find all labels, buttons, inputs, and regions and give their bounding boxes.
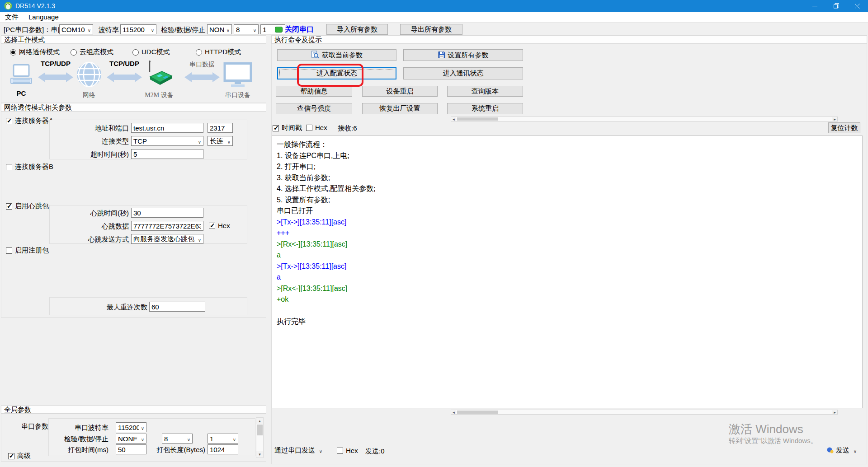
heartbeat-hex-checkbox[interactable] (209, 223, 215, 229)
scroll-right-icon[interactable] (832, 117, 837, 121)
global-databits-select[interactable]: 8 (162, 434, 193, 444)
heartbeat-toggle[interactable]: 启用心跳包 (6, 202, 49, 210)
scrollbar-thumb[interactable] (257, 425, 263, 435)
scroll-up-icon[interactable] (256, 418, 263, 424)
mode-option-transparent[interactable]: 网络透传模式 (10, 48, 60, 56)
query-signal-button[interactable]: 查信号强度 (276, 103, 352, 114)
scrollbar-track[interactable] (256, 424, 263, 451)
radio-transparent-mode[interactable] (10, 49, 16, 56)
mode-option-udc[interactable]: UDC模式 (132, 48, 170, 56)
register-checkbox[interactable] (6, 248, 12, 254)
heartbeat-mode-select[interactable]: 向服务器发送心跳包 (131, 234, 203, 244)
reset-count-button[interactable]: 复位计数 (828, 122, 860, 133)
heartbeat-data-input[interactable] (131, 221, 203, 231)
scrollbar-thumb[interactable] (457, 411, 498, 414)
com-port-select[interactable]: COM10 (59, 24, 93, 34)
import-params-label: 导入所有参数 (337, 25, 377, 34)
arrow-icon (38, 71, 73, 84)
server-a-address-input[interactable] (131, 123, 203, 133)
heartbeat-data-label: 心跳数据 (50, 222, 129, 231)
send-via-serial-dropdown[interactable]: 通过串口发送 (274, 446, 324, 455)
network-globe-icon (76, 61, 102, 89)
factory-reset-button[interactable]: 恢复出厂设置 (362, 103, 438, 114)
timestamp-checkbox[interactable] (273, 125, 279, 131)
register-toggle[interactable]: 启用注册包 (6, 246, 49, 255)
global-parity-label: 检验/数据/停止 (49, 435, 108, 444)
global-parity-select[interactable]: NONE (116, 434, 146, 444)
global-vertical-scrollbar[interactable] (256, 417, 264, 458)
databits-select[interactable]: 8 (234, 24, 259, 34)
log-output[interactable]: 一般操作流程： 1. 设备连PC串口,上电; 2. 打开串口; 3. 获取当前参… (272, 135, 863, 408)
mode-option-cloud[interactable]: 云组态模式 (71, 48, 113, 56)
timeout-input[interactable] (131, 149, 203, 159)
advanced-toggle[interactable]: 高级 (8, 452, 31, 460)
minimize-button[interactable] (804, 0, 826, 12)
heartbeat-time-label: 心跳时间(秒) (50, 209, 129, 218)
import-params-button[interactable]: 导入所有参数 (326, 24, 388, 35)
enter-comm-button[interactable]: 进入通讯状态 (403, 67, 523, 79)
query-version-button[interactable]: 查询版本 (447, 86, 523, 97)
packtime-input[interactable] (116, 444, 146, 454)
advanced-checkbox[interactable] (8, 453, 14, 459)
scrollbar-track[interactable] (456, 117, 832, 121)
scroll-left-icon[interactable] (451, 410, 456, 414)
log-hex-toggle[interactable]: Hex (306, 124, 327, 131)
serial-open-indicator-icon (275, 27, 283, 33)
get-params-button[interactable]: 获取当前参数 (277, 49, 396, 61)
menu-language[interactable]: Language (24, 12, 64, 22)
server-b-checkbox[interactable] (6, 164, 12, 170)
close-button[interactable] (847, 0, 868, 12)
log-top-scrollbar[interactable] (451, 117, 838, 121)
packlen-input[interactable] (208, 444, 238, 454)
system-reboot-button[interactable]: 系统重启 (447, 103, 523, 114)
log-bottom-scrollbar[interactable] (451, 410, 838, 415)
chevron-down-icon (196, 235, 203, 243)
scroll-right-icon[interactable] (832, 410, 837, 414)
scroll-left-icon[interactable] (451, 117, 456, 121)
help-button[interactable]: 帮助信息 (276, 86, 352, 97)
keepalive-select[interactable]: 长连 (208, 136, 233, 146)
heartbeat-checkbox[interactable] (6, 203, 12, 210)
radio-udc-mode[interactable] (132, 49, 139, 56)
restore-icon (834, 2, 839, 10)
log-hex-checkbox[interactable] (306, 125, 312, 131)
export-params-button[interactable]: 导出所有参数 (400, 24, 462, 35)
send-hex-label: Hex (346, 447, 358, 454)
set-params-button[interactable]: 设置所有参数 (403, 49, 523, 61)
radio-cloud-mode[interactable] (71, 49, 77, 56)
server-b-toggle[interactable]: 连接服务器B (6, 163, 53, 171)
global-stopbits-select[interactable]: 1 (208, 434, 238, 444)
heartbeat-time-input[interactable] (131, 208, 203, 218)
server-a-checkbox[interactable] (6, 118, 12, 124)
keepalive-value: 长连 (210, 137, 226, 145)
titlebar[interactable]: DR514 V2.1.3 (0, 0, 868, 12)
conn-type-select[interactable]: TCP (131, 136, 203, 146)
global-baud-select[interactable]: 115200 (116, 422, 146, 432)
scrollbar-thumb[interactable] (457, 117, 498, 121)
chevron-down-icon (852, 447, 859, 454)
menu-file[interactable]: 文件 (0, 12, 24, 22)
timestamp-toggle[interactable]: 时间戳 (273, 124, 302, 132)
reconnect-input[interactable] (149, 302, 205, 312)
parity-select[interactable]: NONI (207, 24, 232, 34)
menubar: 文件 Language (0, 12, 868, 22)
scroll-down-icon[interactable] (256, 451, 263, 458)
baud-select[interactable]: 115200 (120, 24, 156, 34)
restore-button[interactable] (826, 0, 847, 12)
send-hex-checkbox[interactable] (337, 448, 343, 454)
enter-config-button[interactable]: 进入配置状态 (277, 67, 396, 79)
activate-windows-watermark: 激活 Windows (729, 421, 803, 437)
reconnect-panel: 最大重连次数 (49, 297, 247, 315)
heartbeat-hex-toggle[interactable]: Hex (209, 222, 230, 229)
send-via-serial-label: 通过串口发送 (274, 446, 315, 455)
device-reboot-button[interactable]: 设备重启 (362, 86, 438, 97)
radio-httpd-mode[interactable] (196, 49, 202, 56)
send-button[interactable]: 发送 (826, 446, 859, 455)
server-a-toggle[interactable]: 连接服务器A (6, 117, 53, 125)
log-line: >[Tx->][13:35:11][asc] (277, 217, 858, 228)
send-hex-toggle[interactable]: Hex (337, 447, 358, 454)
mode-option-httpd[interactable]: HTTPD模式 (196, 48, 241, 56)
scrollbar-track[interactable] (456, 410, 832, 414)
minimize-icon (812, 2, 817, 10)
server-a-port-input[interactable] (208, 123, 233, 133)
